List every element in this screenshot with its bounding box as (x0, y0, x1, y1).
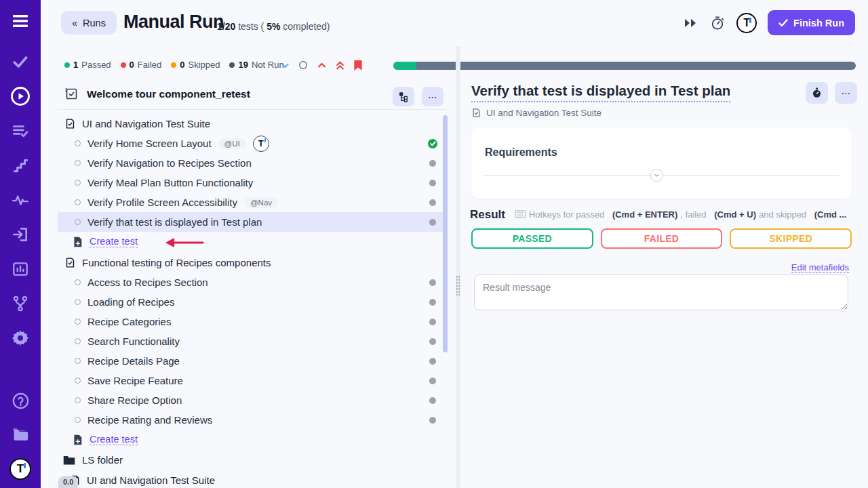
test-marker-icon (75, 199, 81, 205)
hotkeys-hint: Hotkeys for passed (Cmd + ENTER) , faile… (515, 209, 846, 220)
timer-icon[interactable] (709, 15, 726, 31)
keyboard-icon (515, 210, 526, 218)
tag-badge: @Nav (244, 197, 278, 208)
folder-row[interactable]: LS folder (58, 449, 448, 470)
check-icon[interactable] (10, 52, 31, 72)
requirements-collapse-toggle[interactable] (650, 169, 663, 182)
run-progress-summary: 1/20 tests ( 5% completed) (217, 21, 330, 32)
completed-word: completed) (283, 21, 330, 32)
test-row[interactable]: Verify Home Screen Layout @UI T (58, 134, 448, 153)
app-logo-icon[interactable]: T (9, 458, 31, 480)
failed-button[interactable]: FAILED (601, 228, 723, 249)
tests-fraction: 1/20 (217, 21, 235, 32)
list-check-icon[interactable] (10, 121, 31, 141)
create-test-link[interactable]: Create test (90, 236, 138, 247)
gear-icon[interactable] (10, 328, 31, 348)
file-plus-icon (73, 237, 83, 247)
requirements-title: Requirements (485, 146, 557, 159)
automation-logo-icon: T (253, 136, 269, 152)
test-marker-icon (75, 417, 81, 423)
panel-splitter[interactable] (456, 46, 460, 488)
test-row[interactable]: Loading of Recipes (58, 292, 448, 312)
chevron-down-filter-icon[interactable] (279, 60, 290, 70)
result-message-input[interactable] (474, 274, 848, 310)
notrun-dot (229, 62, 235, 68)
failed-dot (121, 62, 126, 68)
result-title: Result (470, 208, 505, 222)
progress-fill (393, 62, 416, 70)
sign-in-icon[interactable] (10, 224, 31, 245)
panel-more-button[interactable]: ⋯ (422, 87, 443, 106)
menu-icon[interactable] (10, 11, 31, 31)
status-notrun-icon (429, 219, 436, 226)
test-detail-panel: Verify that test is displayed in Test pl… (460, 75, 868, 488)
test-more-button[interactable]: ⋯ (835, 82, 857, 104)
status-notrun-icon (429, 397, 436, 404)
edit-metafields-link[interactable]: Edit metafields (791, 262, 849, 273)
suite-header[interactable]: UI and Navigation Test Suite (58, 114, 448, 134)
test-marker-icon (75, 378, 81, 384)
activity-icon[interactable] (10, 190, 31, 210)
test-row[interactable]: Recipe Rating and Reviews (58, 410, 448, 430)
passed-button[interactable]: PASSED (471, 228, 593, 249)
bar-chart-icon[interactable] (10, 259, 31, 279)
status-notrun-icon (429, 160, 436, 167)
status-notrun-icon (429, 199, 436, 206)
suite-doc-icon (471, 108, 481, 118)
status-counters: 1Passed 0Failed 0Skipped 19Not Run (64, 60, 284, 70)
folder-icon (63, 455, 75, 466)
test-marker-icon (75, 299, 81, 305)
splitter-grip-icon[interactable] (456, 275, 460, 296)
requirements-card: Requirements (471, 127, 852, 199)
back-label: Runs (83, 18, 106, 28)
test-row-selected[interactable]: Verify that test is displayed in Test pl… (58, 212, 448, 232)
skipped-button[interactable]: SKIPPED (730, 228, 852, 249)
count-badge: 0.0 (58, 476, 78, 488)
help-icon[interactable] (10, 390, 31, 411)
chevron-down-icon (654, 172, 660, 178)
test-row[interactable]: Verify Navigation to Recipes Section (58, 153, 448, 173)
double-chevron-up-filter-icon[interactable] (334, 60, 345, 70)
create-test-link[interactable]: Create test (90, 434, 138, 445)
user-logo-icon[interactable]: T (736, 13, 757, 33)
play-circle-icon[interactable] (10, 86, 31, 106)
test-detail-title[interactable]: Verify that test is displayed in Test pl… (471, 83, 730, 102)
suite-header[interactable]: Functional testing of Recipes components (58, 253, 448, 272)
bookmark-filter-icon[interactable] (353, 60, 363, 70)
finish-run-button[interactable]: Finish Run (768, 10, 855, 35)
status-notrun-icon (429, 338, 436, 345)
test-row[interactable]: Save Recipe Feature (58, 371, 448, 390)
test-timer-button[interactable] (806, 82, 828, 104)
tree-scrollbar[interactable] (443, 115, 448, 352)
test-row[interactable]: Access to Recipes Section (58, 272, 448, 292)
test-row[interactable]: Recipe Categories (58, 312, 448, 331)
suite-header-partial[interactable]: 0.0 UI and Navigation Test Suite (58, 470, 448, 488)
percent-completed: 5% (267, 21, 280, 32)
red-arrow-annotation (165, 237, 204, 248)
skipped-counter: 0Skipped (171, 60, 220, 70)
chevron-up-filter-icon[interactable] (316, 60, 327, 70)
file-plus-icon (73, 434, 83, 445)
passed-counter: 1Passed (64, 60, 111, 70)
steps-icon[interactable] (10, 155, 31, 176)
fast-forward-icon[interactable] (682, 15, 698, 31)
stopwatch-icon (812, 87, 822, 98)
test-row[interactable]: Verify Profile Screen Accessibility @Nav (58, 192, 448, 212)
test-row[interactable]: Recipe Details Page (58, 351, 448, 371)
notrun-counter: 19Not Run (229, 60, 283, 70)
finish-run-label: Finish Run (793, 18, 844, 28)
run-checklist-icon (64, 87, 79, 101)
test-row[interactable]: Share Recipe Option (58, 390, 448, 410)
folder-icon[interactable] (10, 424, 31, 445)
status-notrun-icon (429, 180, 436, 186)
status-notrun-icon (429, 378, 436, 384)
circle-filter-icon[interactable] (298, 60, 309, 70)
page-title: Manual Run (123, 12, 224, 33)
test-tree: UI and Navigation Test Suite Verify Home… (58, 114, 448, 488)
back-to-runs-button[interactable]: « Runs (61, 11, 117, 35)
status-notrun-icon (429, 417, 436, 424)
test-row[interactable]: Search Functionality (58, 331, 448, 351)
branch-icon[interactable] (10, 293, 31, 314)
tree-view-button[interactable] (393, 87, 414, 106)
test-row[interactable]: Verify Meal Plan Button Functionality (58, 173, 448, 192)
